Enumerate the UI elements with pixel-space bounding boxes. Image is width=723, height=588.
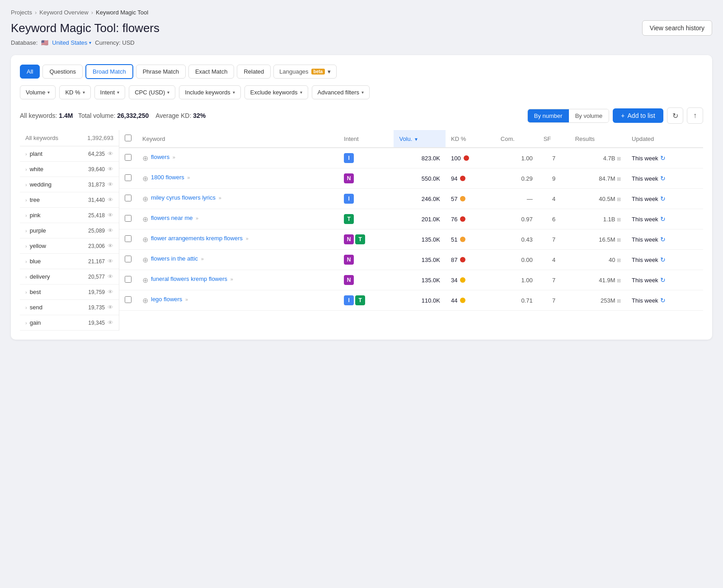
eye-icon[interactable]: 👁 bbox=[108, 181, 113, 188]
row-checkbox[interactable] bbox=[125, 215, 131, 222]
add-keyword-icon[interactable]: ⊕ bbox=[142, 296, 148, 305]
keyword-link[interactable]: 1800 flowers bbox=[151, 174, 184, 181]
tab-all[interactable]: All bbox=[20, 65, 40, 79]
add-keyword-icon[interactable]: ⊕ bbox=[142, 235, 148, 244]
keyword-link[interactable]: lego flowers bbox=[151, 296, 182, 303]
kd-dot bbox=[460, 176, 465, 181]
eye-icon[interactable]: 👁 bbox=[108, 319, 113, 326]
row-checkbox[interactable] bbox=[125, 276, 131, 283]
export-button[interactable]: ↑ bbox=[687, 107, 703, 124]
eye-icon[interactable]: 👁 bbox=[108, 212, 113, 219]
add-keyword-icon[interactable]: ⊕ bbox=[142, 256, 148, 264]
sidebar-item-purple[interactable]: › purple 25,089 👁 bbox=[20, 223, 119, 238]
eye-icon[interactable]: 👁 bbox=[108, 166, 113, 173]
keyword-link[interactable]: flowers bbox=[151, 154, 169, 160]
sort-by-volume[interactable]: By volume bbox=[569, 109, 609, 122]
sidebar-item-tree[interactable]: › tree 31,440 👁 bbox=[20, 192, 119, 208]
refresh-row-icon[interactable]: ↻ bbox=[660, 297, 666, 304]
filter-intent[interactable]: Intent ▾ bbox=[94, 85, 126, 99]
sidebar-item-gain[interactable]: › gain 19,345 👁 bbox=[20, 315, 119, 331]
filter-kd-label: KD % bbox=[65, 89, 80, 96]
keyword-link[interactable]: miley cyrus flowers lyrics bbox=[151, 194, 216, 201]
sidebar-item-white[interactable]: › white 39,640 👁 bbox=[20, 162, 119, 177]
refresh-row-icon[interactable]: ↻ bbox=[660, 195, 666, 202]
add-keyword-icon[interactable]: ⊕ bbox=[142, 215, 148, 224]
sidebar-item-send[interactable]: › send 19,735 👁 bbox=[20, 300, 119, 315]
tab-questions[interactable]: Questions bbox=[42, 65, 83, 79]
kd-dot bbox=[464, 155, 469, 161]
languages-dropdown[interactable]: Languages beta ▾ bbox=[273, 65, 337, 79]
refresh-row-icon[interactable]: ↻ bbox=[660, 175, 666, 182]
keyword-arrows: » bbox=[246, 236, 249, 241]
intent-badge: N bbox=[344, 173, 354, 183]
table-row: ⊕ flower arrangements kremp flowers » N bbox=[119, 229, 703, 250]
th-volume[interactable]: Volu. ▼ bbox=[394, 130, 446, 148]
row-checkbox[interactable] bbox=[125, 235, 131, 242]
eye-icon[interactable]: 👁 bbox=[108, 196, 113, 203]
sidebar-item-blue[interactable]: › blue 21,167 👁 bbox=[20, 254, 119, 269]
intent-cell: I T bbox=[338, 290, 394, 311]
sidebar-item-plant[interactable]: › plant 64,235 👁 bbox=[20, 146, 119, 162]
refresh-row-icon[interactable]: ↻ bbox=[660, 256, 666, 263]
add-keyword-icon[interactable]: ⊕ bbox=[142, 154, 148, 163]
refresh-row-icon[interactable]: ↻ bbox=[660, 154, 666, 162]
filter-exclude[interactable]: Exclude keywords ▾ bbox=[244, 85, 308, 99]
select-all-checkbox[interactable] bbox=[125, 135, 131, 141]
filter-include[interactable]: Include keywords ▾ bbox=[179, 85, 240, 99]
add-keyword-icon[interactable]: ⊕ bbox=[142, 174, 148, 183]
keyword-link[interactable]: flower arrangements kremp flowers bbox=[151, 235, 243, 242]
sidebar-keyword-name: plant bbox=[30, 150, 42, 157]
filter-advanced[interactable]: Advanced filters ▾ bbox=[312, 85, 370, 99]
eye-icon[interactable]: 👁 bbox=[108, 273, 113, 280]
sidebar-item-delivery[interactable]: › delivery 20,577 👁 bbox=[20, 269, 119, 285]
row-checkbox[interactable] bbox=[125, 195, 131, 201]
refresh-row-icon[interactable]: ↻ bbox=[660, 236, 666, 243]
action-buttons: By number By volume + Add to list ↻ ↑ bbox=[527, 107, 703, 124]
row-checkbox[interactable] bbox=[125, 256, 131, 262]
row-checkbox[interactable] bbox=[125, 174, 131, 181]
refresh-button[interactable]: ↻ bbox=[667, 107, 683, 124]
intent-badge: N bbox=[344, 255, 354, 265]
breadcrumb-keyword-overview[interactable]: Keyword Overview bbox=[39, 9, 88, 16]
add-keyword-icon[interactable]: ⊕ bbox=[142, 276, 148, 285]
view-history-button[interactable]: View search history bbox=[642, 20, 712, 36]
eye-icon[interactable]: 👁 bbox=[108, 243, 113, 249]
tab-related[interactable]: Related bbox=[237, 65, 271, 79]
row-checkbox[interactable] bbox=[125, 154, 131, 161]
sidebar-item-wedding[interactable]: › wedding 31,873 👁 bbox=[20, 177, 119, 192]
sidebar-item-best[interactable]: › best 19,759 👁 bbox=[20, 285, 119, 300]
plus-icon: + bbox=[621, 112, 624, 119]
filter-cpc[interactable]: CPC (USD) ▾ bbox=[129, 85, 175, 99]
filter-volume[interactable]: Volume ▾ bbox=[20, 85, 56, 99]
keyword-link[interactable]: funeral flowers kremp flowers bbox=[151, 275, 227, 282]
tab-phrase-match[interactable]: Phrase Match bbox=[136, 65, 186, 79]
sidebar-item-pink[interactable]: › pink 25,418 👁 bbox=[20, 208, 119, 223]
tab-broad-match[interactable]: Broad Match bbox=[85, 64, 133, 79]
breadcrumb-projects[interactable]: Projects bbox=[11, 9, 32, 16]
filters-row: Volume ▾ KD % ▾ Intent ▾ CPC (USD) ▾ Inc… bbox=[20, 85, 703, 99]
add-keyword-icon[interactable]: ⊕ bbox=[142, 195, 148, 203]
row-checkbox-cell bbox=[119, 250, 137, 270]
keyword-link[interactable]: flowers near me bbox=[151, 215, 192, 221]
sidebar-item-yellow[interactable]: › yellow 23,006 👁 bbox=[20, 238, 119, 254]
results-icon: ⊞ bbox=[617, 196, 621, 202]
row-checkbox[interactable] bbox=[125, 296, 131, 303]
refresh-row-icon[interactable]: ↻ bbox=[660, 215, 666, 223]
intent-badge: T bbox=[355, 234, 365, 244]
refresh-row-icon[interactable]: ↻ bbox=[660, 276, 666, 284]
eye-icon[interactable]: 👁 bbox=[108, 304, 113, 311]
tab-exact-match[interactable]: Exact Match bbox=[188, 65, 235, 79]
eye-icon[interactable]: 👁 bbox=[108, 258, 113, 265]
th-results-label: Results bbox=[575, 135, 595, 142]
filter-kd[interactable]: KD % ▾ bbox=[59, 85, 90, 99]
keyword-link[interactable]: flowers in the attic bbox=[151, 255, 198, 262]
eye-icon[interactable]: 👁 bbox=[108, 150, 113, 157]
updated-cell: This week ↻ bbox=[626, 209, 703, 229]
database-dropdown[interactable]: United States ▾ bbox=[52, 39, 91, 46]
sort-by-number[interactable]: By number bbox=[528, 109, 569, 122]
eye-icon[interactable]: 👁 bbox=[108, 227, 113, 234]
add-to-list-button[interactable]: + Add to list bbox=[613, 108, 663, 123]
eye-icon[interactable]: 👁 bbox=[108, 289, 113, 295]
keyword-arrows: » bbox=[201, 256, 204, 261]
sidebar-keyword-count: 21,167 bbox=[88, 258, 105, 265]
